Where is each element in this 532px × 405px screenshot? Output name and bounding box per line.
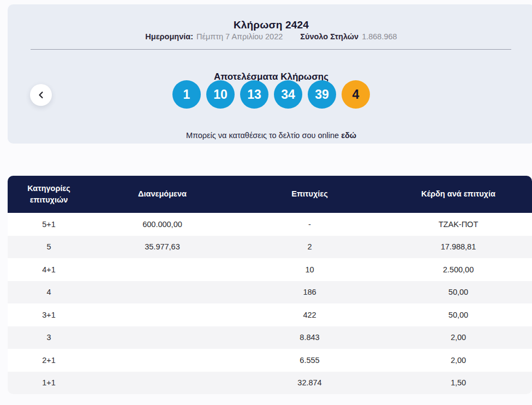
chevron-left-icon [38, 91, 44, 99]
divider [31, 49, 511, 50]
cell-category: 3 [8, 333, 90, 342]
deposit-text: Μπορείς να καταθέσεις το δελτίο σου onli… [186, 131, 339, 140]
table-row: 4 186 50,00 [8, 281, 532, 304]
cell-category: 4+1 [8, 265, 90, 274]
cell-prize: 50,00 [385, 311, 532, 319]
draw-meta: Ημερομηνία:Πέμπτη 7 Απριλίου 2022 Σύνολο… [8, 32, 532, 41]
cell-distributed: 35.977,63 [90, 242, 235, 251]
cell-winners: 186 [235, 288, 385, 296]
number-ball: 13 [240, 80, 268, 109]
number-ball: 1 [172, 80, 201, 109]
cell-prize: 2,00 [385, 356, 532, 365]
table-row: 3+1 422 50,00 [8, 303, 532, 326]
number-ball: 39 [308, 80, 336, 109]
cell-prize: 17.988,81 [385, 242, 532, 251]
cell-prize: 1,50 [385, 378, 532, 387]
table-row: 2+1 6.555 2,00 [8, 349, 532, 372]
cell-distributed: 600.000,00 [90, 220, 235, 229]
cell-prize: ΤΖΑΚ-ΠΟΤ [385, 220, 532, 229]
cell-category: 2+1 [8, 356, 90, 365]
cell-category: 1+1 [8, 378, 90, 387]
total-columns-value: 1.868.968 [362, 32, 397, 41]
cell-winners: 6.555 [235, 356, 385, 365]
total-columns-label: Σύνολο Στηλών [300, 32, 358, 41]
number-ball: 34 [274, 80, 302, 109]
cell-winners: 8.843 [235, 333, 385, 342]
winning-numbers: 1 10 13 34 39 4 [8, 80, 532, 109]
table-body: 5+1 600.000,00 - ΤΖΑΚ-ΠΟΤ 5 35.977,63 2 … [8, 213, 532, 394]
draw-date: Ημερομηνία:Πέμπτη 7 Απριλίου 2022 [145, 32, 283, 41]
table-row: 5 35.977,63 2 17.988,81 [8, 236, 532, 259]
cell-winners: 2 [235, 242, 385, 251]
col-header-categories: Κατηγορίες επιτυχιών [8, 183, 90, 206]
total-columns: Σύνολο Στηλών1.868.968 [300, 32, 397, 41]
cell-winners: 422 [235, 311, 385, 319]
table-row: 1+1 32.874 1,50 [8, 372, 532, 395]
date-label: Ημερομηνία: [145, 32, 193, 41]
table-header-row: Κατηγορίες επιτυχιών Διανεμόμενα Επιτυχί… [8, 176, 532, 213]
number-ball: 10 [206, 80, 235, 109]
cell-winners: 10 [235, 265, 385, 274]
col-header-prize: Κέρδη ανά επιτυχία [385, 188, 532, 200]
col-header-winners: Επιτυχίες [235, 188, 385, 200]
cell-winners: 32.874 [235, 378, 385, 387]
draw-panel: Κλήρωση 2424 Ημερομηνία:Πέμπτη 7 Απριλίο… [8, 4, 532, 144]
deposit-line: Μπορείς να καταθέσεις το δελτίο σου onli… [8, 131, 532, 140]
previous-draw-button[interactable] [30, 84, 52, 106]
winnings-table: Κατηγορίες επιτυχιών Διανεμόμενα Επιτυχί… [8, 176, 532, 394]
cell-prize: 50,00 [385, 288, 532, 296]
col-header-distributed: Διανεμόμενα [90, 188, 235, 200]
bonus-number-ball: 4 [342, 80, 370, 109]
cell-category: 5+1 [8, 220, 90, 229]
cell-prize: 2.500,00 [385, 265, 532, 274]
cell-prize: 2,00 [385, 333, 532, 342]
deposit-here-link[interactable]: εδώ [341, 131, 356, 140]
table-row: 5+1 600.000,00 - ΤΖΑΚ-ΠΟΤ [8, 213, 532, 236]
draw-title: Κλήρωση 2424 [8, 19, 532, 31]
date-value: Πέμπτη 7 Απριλίου 2022 [196, 32, 283, 41]
table-row: 3 8.843 2,00 [8, 326, 532, 349]
cell-category: 4 [8, 288, 90, 296]
cell-category: 5 [8, 242, 90, 251]
cell-winners: - [235, 220, 385, 229]
cell-category: 3+1 [8, 311, 90, 319]
table-row: 4+1 10 2.500,00 [8, 258, 532, 281]
